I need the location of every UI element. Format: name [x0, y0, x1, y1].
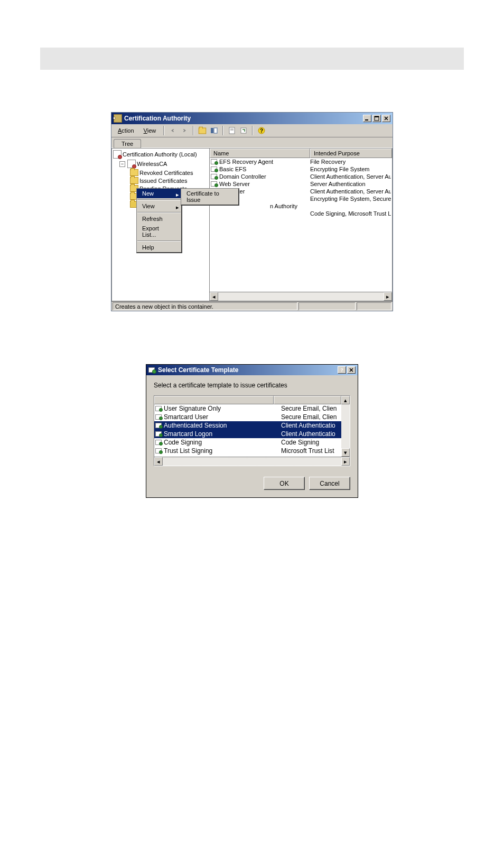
status-text: Creates a new object in this container. — [113, 302, 297, 310]
scroll-left-icon[interactable]: ◂ — [210, 292, 218, 301]
folder-icon — [130, 177, 138, 184]
svg-text:?: ? — [260, 128, 263, 134]
list-row: Basic EFSEncrypting File System — [210, 165, 392, 173]
page-header-strip — [40, 48, 464, 70]
lb-row: Trust List SigningMicrosoft Trust List — [154, 447, 341, 455]
show-hide-button[interactable] — [209, 125, 219, 136]
menu-separator-4 — [252, 126, 253, 135]
tab-tree[interactable]: Tree — [114, 139, 141, 148]
lb-row: Code SigningCode Signing — [154, 438, 341, 447]
horizontal-scrollbar[interactable]: ◂ ▸ — [210, 292, 392, 301]
minimize-button[interactable] — [363, 115, 371, 122]
svg-rect-4 — [214, 128, 217, 133]
cert-icon — [211, 166, 218, 172]
forward-button[interactable] — [179, 125, 190, 136]
statusbar: Creates a new object in this container. — [111, 301, 393, 311]
menu-action[interactable]: Action — [114, 126, 138, 135]
tree-ca[interactable]: −WirelessCA — [113, 159, 208, 169]
scroll-left-icon[interactable]: ◂ — [154, 457, 163, 466]
lb-row: User Signature OnlySecure Email, Clien — [154, 404, 341, 413]
window-buttons — [363, 115, 390, 122]
cert-icon — [211, 181, 218, 187]
ca-root-icon — [113, 150, 122, 159]
template-listbox[interactable]: ▴ User Signature OnlySecure Email, Clien… — [154, 395, 350, 466]
folder-icon — [130, 169, 138, 176]
tree-issued[interactable]: Issued Certificates — [113, 177, 208, 184]
properties-button[interactable] — [227, 125, 237, 136]
svg-rect-3 — [211, 128, 213, 133]
scroll-up-icon[interactable]: ▴ — [341, 396, 350, 404]
cert-icon — [155, 414, 163, 420]
cert-icon — [155, 405, 163, 412]
scroll-down-icon[interactable]: ▾ — [341, 448, 350, 457]
window-title: Certification Authority — [124, 115, 361, 122]
cert-icon — [155, 456, 163, 457]
scroll-track[interactable] — [218, 292, 384, 301]
listbox-header: ▴ — [154, 396, 350, 404]
submenu-cert-issue[interactable]: Certificate to Issue — [181, 189, 238, 205]
list-row: Web ServerServer Authentication — [210, 180, 392, 188]
dialog-titlebar[interactable]: Select Certificate Template ? — [146, 365, 358, 375]
cancel-button[interactable]: Cancel — [309, 477, 350, 490]
scroll-track[interactable] — [163, 457, 341, 466]
svg-rect-2 — [375, 116, 379, 117]
list-row: Code Signing, Microsoft Trust List Signi — [210, 210, 392, 217]
scroll-right-icon[interactable]: ▸ — [341, 457, 350, 466]
dialog-body: Select a certificate template to issue c… — [146, 375, 358, 473]
tree-root[interactable]: Certification Authority (Local) — [113, 150, 208, 159]
ctx-separator — [137, 199, 181, 200]
dialog-instruction: Select a certificate template to issue c… — [154, 382, 350, 389]
cert-icon — [155, 448, 163, 454]
col-name[interactable]: Name — [210, 149, 310, 158]
svg-rect-8 — [241, 128, 246, 133]
svg-rect-0 — [365, 119, 368, 121]
app-icon — [114, 114, 122, 123]
dialog-buttons: OK Cancel — [146, 473, 358, 497]
menu-view[interactable]: View — [139, 126, 161, 135]
ctx-new[interactable]: New▸ — [137, 189, 181, 198]
list-pane: Name Intended Purpose EFS Recovery Agent… — [210, 148, 393, 301]
ctx-refresh[interactable]: Refresh — [137, 214, 181, 224]
select-cert-template-dialog: Select Certificate Template ? Select a c… — [146, 364, 358, 498]
cert-icon — [155, 422, 163, 429]
ctx-view[interactable]: View▸ — [137, 201, 181, 211]
dialog-title: Select Certificate Template — [158, 366, 335, 374]
col-purpose[interactable]: Intended Purpose — [310, 149, 392, 158]
ctx-help[interactable]: Help — [137, 243, 181, 252]
lb-row: Smartcard UserSecure Email, Clien — [154, 413, 341, 421]
close-button[interactable] — [382, 115, 390, 122]
list-body[interactable]: EFS Recovery AgentFile Recovery Basic EF… — [210, 158, 392, 292]
scroll-track[interactable] — [341, 404, 350, 448]
lb-col-purpose[interactable] — [274, 396, 341, 404]
status-cell-3 — [357, 302, 391, 310]
ctx-export[interactable]: Export List... — [137, 224, 181, 239]
help-button[interactable]: ? — [338, 366, 346, 374]
status-cell-2 — [298, 302, 356, 310]
lb-row-selected: Smartcard LogonClient Authenticatio — [154, 430, 341, 438]
listbox-rows[interactable]: User Signature OnlySecure Email, Clien S… — [154, 404, 341, 457]
tab-row: Tree — [111, 137, 393, 148]
context-menu: New▸ View▸ Refresh Export List... Help — [136, 188, 182, 253]
lb-col-name[interactable] — [154, 396, 274, 404]
close-button[interactable] — [347, 366, 356, 374]
submenu-arrow-icon: ▸ — [176, 204, 179, 211]
refresh-button[interactable] — [238, 125, 249, 136]
svg-rect-5 — [229, 127, 235, 134]
menubar: Action View ? — [111, 124, 393, 137]
ca-icon — [127, 160, 136, 168]
up-button[interactable] — [197, 125, 208, 136]
collapse-icon[interactable]: − — [119, 161, 125, 167]
ctx-separator — [137, 240, 181, 242]
ok-button[interactable]: OK — [264, 477, 305, 490]
menu-separator-3 — [222, 126, 223, 135]
tree-revoked[interactable]: Revoked Certificates — [113, 169, 208, 177]
vertical-scrollbar[interactable]: ▾ — [341, 404, 350, 457]
titlebar[interactable]: Certification Authority — [111, 113, 393, 124]
list-header: Name Intended Purpose — [210, 149, 392, 158]
scroll-right-icon[interactable]: ▸ — [384, 292, 392, 301]
back-button[interactable] — [167, 125, 178, 136]
maximize-button[interactable] — [372, 115, 381, 122]
menu-separator-2 — [193, 126, 194, 135]
help-button[interactable]: ? — [256, 125, 267, 136]
horizontal-scrollbar[interactable]: ◂ ▸ — [154, 457, 350, 466]
